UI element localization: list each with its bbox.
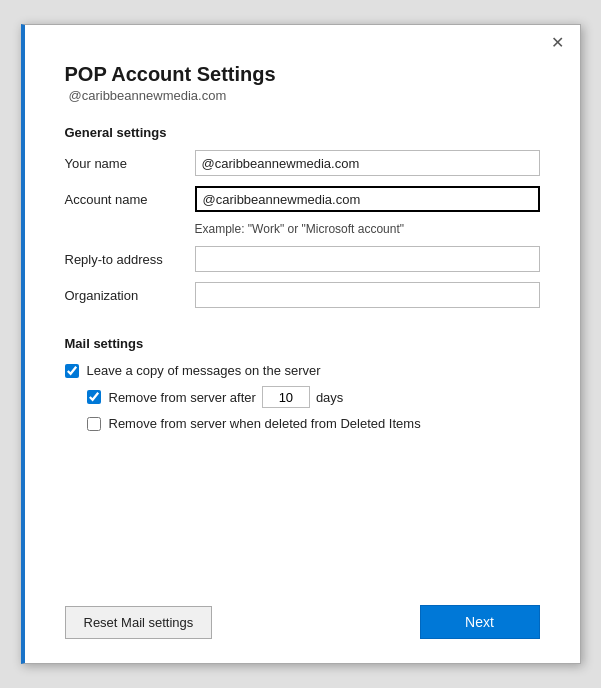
example-text: Example: "Work" or "Microsoft account"	[65, 222, 540, 236]
remove-deleted-label[interactable]: Remove from server when deleted from Del…	[109, 416, 421, 431]
organization-row: Organization	[65, 282, 540, 308]
remove-after-label-before[interactable]: Remove from server after	[109, 390, 256, 405]
account-name-label: Account name	[65, 192, 195, 207]
dialog-content: POP Account Settings @caribbeannewmedia.…	[25, 53, 580, 589]
reply-to-label: Reply-to address	[65, 252, 195, 267]
close-button[interactable]: ✕	[547, 33, 568, 53]
organization-input[interactable]	[195, 282, 540, 308]
next-button[interactable]: Next	[420, 605, 540, 639]
leave-copy-row: Leave a copy of messages on the server	[65, 363, 540, 378]
account-name-input[interactable]	[195, 186, 540, 212]
your-name-row: Your name	[65, 150, 540, 176]
leave-copy-checkbox[interactable]	[65, 364, 79, 378]
days-label: days	[316, 390, 343, 405]
dialog-container: ✕ POP Account Settings @caribbeannewmedi…	[21, 24, 581, 664]
general-settings-label: General settings	[65, 125, 540, 140]
your-name-label: Your name	[65, 156, 195, 171]
mail-settings-section: Mail settings Leave a copy of messages o…	[65, 322, 540, 439]
reply-to-row: Reply-to address	[65, 246, 540, 272]
remove-after-checkbox[interactable]	[87, 390, 101, 404]
title-bar: ✕	[25, 25, 580, 53]
account-name-row: Account name	[65, 186, 540, 212]
your-name-input[interactable]	[195, 150, 540, 176]
reply-to-input[interactable]	[195, 246, 540, 272]
dialog-footer: Reset Mail settings Next	[25, 589, 580, 663]
days-input[interactable]	[262, 386, 310, 408]
remove-deleted-checkbox[interactable]	[87, 417, 101, 431]
reset-button[interactable]: Reset Mail settings	[65, 606, 213, 639]
page-title: POP Account Settings	[65, 63, 540, 86]
remove-deleted-row: Remove from server when deleted from Del…	[65, 416, 540, 431]
leave-copy-label[interactable]: Leave a copy of messages on the server	[87, 363, 321, 378]
mail-settings-label: Mail settings	[65, 336, 540, 351]
remove-after-row: Remove from server after days	[65, 386, 540, 408]
organization-label: Organization	[65, 288, 195, 303]
subtitle: @caribbeannewmedia.com	[65, 88, 540, 103]
